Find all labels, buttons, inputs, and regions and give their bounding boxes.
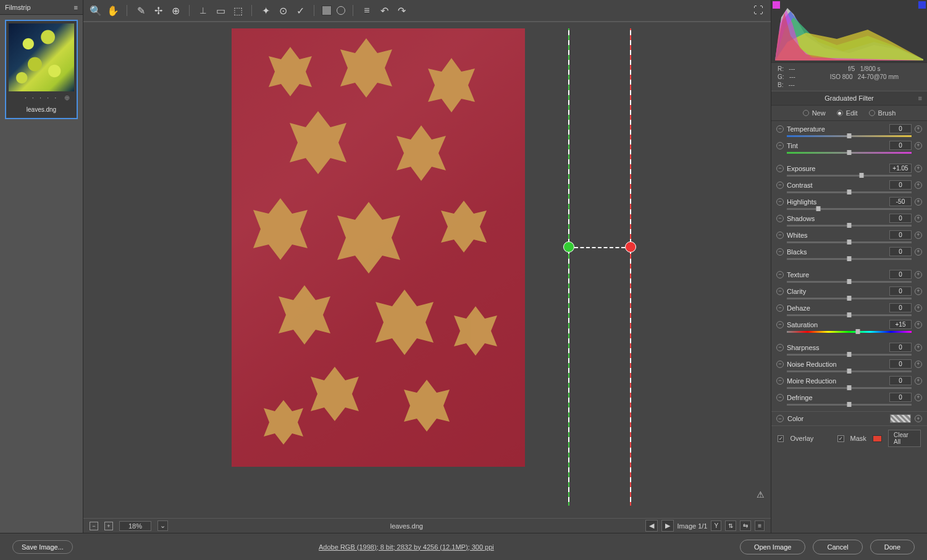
mask-color-swatch[interactable]	[873, 435, 882, 442]
cancel-button[interactable]: Cancel	[813, 540, 862, 554]
rotate-cw-icon[interactable]: ↷	[395, 4, 408, 17]
swap-icon[interactable]: ⇅	[725, 520, 736, 531]
rotate-ccw-icon[interactable]: ↶	[378, 4, 390, 17]
grid-plus-icon[interactable]: +	[104, 522, 113, 530]
contrast-slider[interactable]	[787, 190, 912, 195]
panel-title[interactable]: Graduated Filter	[771, 91, 927, 106]
grid-minus-icon[interactable]: −	[90, 522, 98, 530]
noise-reduction-plus-icon[interactable]: +	[915, 361, 922, 368]
zoom-tool-icon[interactable]: 🔍	[90, 4, 102, 17]
gradient-handle-end[interactable]	[625, 241, 636, 253]
defringe-slider[interactable]	[787, 403, 912, 407]
texture-plus-icon[interactable]: +	[915, 271, 922, 278]
highlights-minus-icon[interactable]: −	[776, 198, 784, 206]
contrast-plus-icon[interactable]: +	[915, 182, 922, 189]
transform-icon[interactable]: ⬚	[232, 4, 244, 17]
whites-value[interactable]: 0	[889, 230, 912, 240]
filmstrip-menu-icon[interactable]: ≡	[74, 4, 78, 11]
brush-icon[interactable]: ✓	[294, 4, 306, 17]
clarity-plus-icon[interactable]: +	[915, 288, 922, 295]
highlights-value[interactable]: -50	[889, 197, 912, 206]
clarity-minus-icon[interactable]: −	[776, 288, 784, 295]
before-after-icon[interactable]: Y	[711, 520, 721, 531]
noise-reduction-minus-icon[interactable]: −	[776, 361, 784, 368]
blacks-plus-icon[interactable]: +	[915, 248, 922, 256]
dehaze-slider[interactable]	[787, 313, 912, 318]
radial-filter-icon[interactable]	[337, 6, 345, 15]
gradient-line-start[interactable]	[568, 28, 569, 506]
defringe-value[interactable]: 0	[889, 393, 912, 402]
whites-minus-icon[interactable]: −	[776, 232, 784, 239]
texture-minus-icon[interactable]: −	[776, 271, 784, 278]
sharpness-value[interactable]: 0	[889, 343, 912, 352]
tint-plus-icon[interactable]: +	[915, 142, 922, 149]
dehaze-value[interactable]: 0	[889, 303, 912, 312]
shadows-value[interactable]: 0	[889, 214, 912, 223]
copy-settings-icon[interactable]: ⇆	[740, 520, 751, 531]
exposure-value[interactable]: +1.05	[889, 164, 912, 173]
gradient-handle-start[interactable]	[563, 241, 574, 253]
mode-brush[interactable]: Brush	[869, 109, 896, 117]
target-adjust-icon[interactable]: ⊕	[169, 4, 182, 17]
dehaze-plus-icon[interactable]: +	[915, 304, 922, 312]
exposure-minus-icon[interactable]: −	[776, 165, 784, 172]
crop-tool-icon[interactable]: ⟂	[197, 4, 209, 17]
moire-reduction-value[interactable]: 0	[889, 376, 912, 385]
blacks-minus-icon[interactable]: −	[776, 248, 784, 256]
color-plus-icon[interactable]: +	[915, 415, 922, 422]
next-image-icon[interactable]: ▶	[661, 520, 674, 532]
mode-edit[interactable]: Edit	[837, 109, 858, 117]
whites-slider[interactable]	[787, 240, 912, 245]
thumbnail[interactable]: · · · · · leaves.dng	[5, 20, 78, 119]
clear-all-button[interactable]: Clear All	[888, 430, 921, 447]
zoom-level[interactable]: 18%	[119, 521, 151, 531]
save-image-button[interactable]: Save Image...	[12, 540, 73, 554]
moire-reduction-minus-icon[interactable]: −	[776, 377, 784, 385]
sharpness-slider[interactable]	[787, 353, 912, 357]
mask-checkbox[interactable]: ✓	[837, 435, 844, 442]
hand-tool-icon[interactable]: ✋	[107, 4, 119, 17]
texture-slider[interactable]	[787, 280, 912, 285]
exposure-plus-icon[interactable]: +	[915, 165, 922, 172]
defringe-plus-icon[interactable]: +	[915, 394, 922, 401]
saturation-value[interactable]: +15	[889, 320, 912, 329]
tint-value[interactable]: 0	[889, 141, 912, 150]
noise-reduction-value[interactable]: 0	[889, 359, 912, 369]
histogram[interactable]	[771, 0, 927, 63]
clarity-value[interactable]: 0	[889, 286, 912, 296]
noise-reduction-slider[interactable]	[787, 369, 912, 374]
whites-plus-icon[interactable]: +	[915, 232, 922, 239]
color-swatch[interactable]	[890, 414, 911, 423]
shadows-plus-icon[interactable]: +	[915, 215, 922, 222]
tint-minus-icon[interactable]: −	[776, 142, 784, 149]
image-info-link[interactable]: Adobe RGB (1998); 8 bit; 2832 by 4256 (1…	[73, 543, 740, 551]
mode-new[interactable]: New	[803, 109, 826, 117]
spot-removal-icon[interactable]: ✦	[259, 4, 272, 17]
redeye-icon[interactable]: ⊙	[277, 4, 289, 17]
saturation-slider[interactable]	[787, 330, 912, 335]
settings-icon[interactable]: ≡	[755, 520, 765, 531]
temperature-plus-icon[interactable]: +	[915, 125, 922, 133]
color-sampler-icon[interactable]: ✢	[152, 4, 164, 17]
list-icon[interactable]: ≡	[361, 4, 373, 17]
saturation-minus-icon[interactable]: −	[776, 321, 784, 328]
canvas[interactable]: ⚠	[83, 22, 771, 518]
zoom-dropdown-icon[interactable]: ⌄	[157, 520, 168, 531]
exposure-slider[interactable]	[787, 173, 912, 178]
blacks-value[interactable]: 0	[889, 247, 912, 256]
temperature-slider[interactable]	[787, 134, 912, 139]
thumbnail-rating[interactable]: · · · · ·	[9, 91, 74, 104]
contrast-minus-icon[interactable]: −	[776, 182, 784, 189]
defringe-minus-icon[interactable]: −	[776, 394, 784, 401]
temperature-value[interactable]: 0	[889, 124, 912, 133]
sharpness-minus-icon[interactable]: −	[776, 344, 784, 351]
sharpness-plus-icon[interactable]: +	[915, 344, 922, 351]
shadows-minus-icon[interactable]: −	[776, 215, 784, 222]
straighten-icon[interactable]: ▭	[214, 4, 227, 17]
moire-reduction-slider[interactable]	[787, 386, 912, 391]
open-image-button[interactable]: Open Image	[740, 540, 806, 554]
saturation-plus-icon[interactable]: +	[915, 321, 922, 328]
eyedropper-icon[interactable]: ✎	[135, 4, 147, 17]
temperature-minus-icon[interactable]: −	[776, 125, 784, 133]
texture-value[interactable]: 0	[889, 270, 912, 279]
